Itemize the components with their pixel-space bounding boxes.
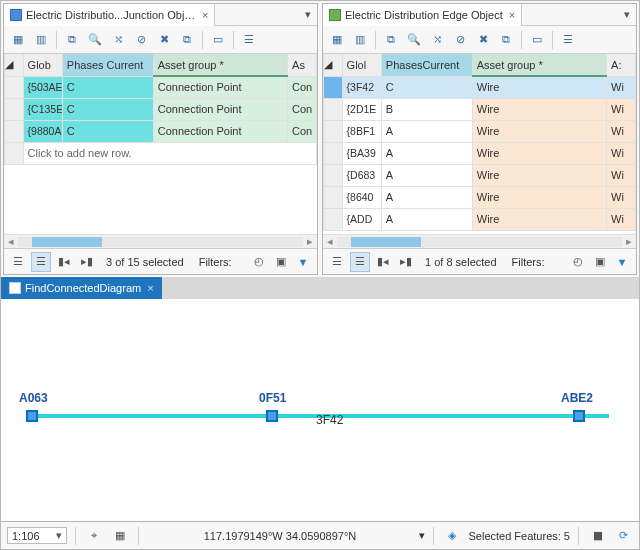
close-icon[interactable]: × bbox=[509, 9, 515, 21]
field-calc-icon[interactable]: ▥ bbox=[350, 30, 370, 50]
select-by-attr-icon[interactable]: ⧉ bbox=[62, 30, 82, 50]
clear-sel-icon[interactable]: ⊘ bbox=[450, 30, 470, 50]
switch-sel-icon[interactable]: ⤭ bbox=[108, 30, 128, 50]
snap-icon[interactable]: ▦ bbox=[110, 526, 130, 546]
col-phases-current[interactable]: PhasesCurrent bbox=[381, 54, 472, 76]
menu-icon[interactable]: ☰ bbox=[558, 30, 578, 50]
close-icon[interactable]: × bbox=[202, 9, 208, 21]
edge-label: 3F42 bbox=[316, 413, 343, 427]
col-glob[interactable]: Glob bbox=[23, 54, 62, 76]
diagram-node[interactable] bbox=[26, 410, 38, 422]
show-selected-icon[interactable]: ☰ bbox=[31, 252, 51, 272]
field-calc-icon[interactable]: ▥ bbox=[31, 30, 51, 50]
table-row[interactable]: {503AECConnection PointCon bbox=[5, 76, 317, 98]
junction-toolbar: ▦ ▥ ⧉ 🔍 ⤭ ⊘ ✖ ⧉ ▭ ☰ bbox=[4, 26, 317, 54]
scroll-left-icon[interactable]: ◂ bbox=[4, 235, 18, 248]
scale-lock-icon[interactable]: ⌖ bbox=[84, 526, 104, 546]
table-row[interactable]: {C135ECConnection PointCon bbox=[5, 98, 317, 120]
col-asset-group[interactable]: Asset group * bbox=[472, 54, 606, 76]
del-sel-icon[interactable]: ✖ bbox=[473, 30, 493, 50]
edge-pane: Electric Distribution Edge Object × ▾ ▦ … bbox=[322, 3, 637, 275]
pause-icon[interactable]: ▮▮ bbox=[587, 526, 607, 546]
field-view-icon[interactable]: ▦ bbox=[327, 30, 347, 50]
junction-tab[interactable]: Electric Distributio...Junction Object × bbox=[4, 4, 215, 26]
h-scrollbar[interactable]: ◂ ▸ bbox=[4, 234, 317, 248]
filter-time-icon[interactable]: ◴ bbox=[568, 252, 588, 272]
diagram-node[interactable] bbox=[573, 410, 585, 422]
diagram-tabbar: FindConnectedDiagram × bbox=[1, 277, 639, 299]
clear-sel-icon[interactable]: ⊘ bbox=[131, 30, 151, 50]
selection-icon[interactable]: ◈ bbox=[442, 526, 462, 546]
col-phases-current[interactable]: Phases Current bbox=[62, 54, 153, 76]
tab-dropdown-icon[interactable]: ▾ bbox=[299, 8, 317, 21]
map-statusbar: 1:106 ▾ ⌖ ▦ 117.1979149°W 34.0590897°N ▾… bbox=[1, 521, 639, 549]
col-asset-type[interactable]: A: bbox=[607, 54, 636, 76]
col-asset-group[interactable]: Asset group * bbox=[153, 54, 287, 76]
table-row[interactable]: {D683AWireWi bbox=[324, 164, 636, 186]
menu-icon[interactable]: ☰ bbox=[239, 30, 259, 50]
chevron-down-icon[interactable]: ▾ bbox=[56, 529, 62, 542]
junction-pane: Electric Distributio...Junction Object ×… bbox=[3, 3, 318, 275]
table-row[interactable]: {8640AWireWi bbox=[324, 186, 636, 208]
table-row[interactable]: {8BF1AWireWi bbox=[324, 120, 636, 142]
scroll-left-icon[interactable]: ◂ bbox=[323, 235, 337, 248]
diagram-canvas[interactable]: 3F42 A063 0F51 ABE2 bbox=[1, 299, 639, 521]
h-scrollbar[interactable]: ◂ ▸ bbox=[323, 234, 636, 248]
filter-extent-icon[interactable]: ▣ bbox=[271, 252, 291, 272]
switch-sel-icon[interactable]: ⤭ bbox=[427, 30, 447, 50]
col-glob[interactable]: Glol bbox=[342, 54, 381, 76]
copy-icon[interactable]: ⧉ bbox=[496, 30, 516, 50]
scroll-right-icon[interactable]: ▸ bbox=[303, 235, 317, 248]
junction-statusbar: ☰ ☰ ▮◂ ▸▮ 3 of 15 selected Filters: ◴ ▣ … bbox=[4, 248, 317, 274]
coordinates: 117.1979149°W 34.0590897°N bbox=[147, 530, 414, 542]
table-row[interactable]: {2D1EBWireWi bbox=[324, 98, 636, 120]
filters-label: Filters: bbox=[193, 256, 238, 268]
selection-count: 1 of 8 selected bbox=[419, 256, 503, 268]
coord-dropdown-icon[interactable]: ▾ bbox=[419, 529, 425, 542]
field-view-icon[interactable]: ▦ bbox=[8, 30, 28, 50]
tab-dropdown-icon[interactable]: ▾ bbox=[618, 8, 636, 21]
scale-value: 1:106 bbox=[12, 530, 40, 542]
edge-tab[interactable]: Electric Distribution Edge Object × bbox=[323, 4, 522, 26]
filter-extent-icon[interactable]: ▣ bbox=[590, 252, 610, 272]
table-row[interactable]: {ADDAWireWi bbox=[324, 208, 636, 230]
last-icon[interactable]: ▸▮ bbox=[77, 252, 97, 272]
close-icon[interactable]: × bbox=[147, 282, 153, 294]
col-asset-type[interactable]: As bbox=[288, 54, 317, 76]
insert-icon[interactable]: ▭ bbox=[208, 30, 228, 50]
first-icon[interactable]: ▮◂ bbox=[54, 252, 74, 272]
table-row[interactable]: {3F42CWireWi bbox=[324, 76, 636, 98]
node-label: ABE2 bbox=[561, 391, 593, 405]
zoom-icon[interactable]: 🔍 bbox=[404, 30, 424, 50]
junction-table: ◢ Glob Phases Current Asset group * As {… bbox=[4, 54, 317, 234]
show-all-icon[interactable]: ☰ bbox=[327, 252, 347, 272]
row-header-corner[interactable]: ◢ bbox=[5, 54, 24, 76]
filters-label: Filters: bbox=[506, 256, 551, 268]
filter-icon[interactable]: ▼ bbox=[612, 252, 632, 272]
show-selected-icon[interactable]: ☰ bbox=[350, 252, 370, 272]
del-sel-icon[interactable]: ✖ bbox=[154, 30, 174, 50]
show-all-icon[interactable]: ☰ bbox=[8, 252, 28, 272]
table-row[interactable]: {BA39AWireWi bbox=[324, 142, 636, 164]
table-row[interactable]: {9880ACConnection PointCon bbox=[5, 120, 317, 142]
scroll-right-icon[interactable]: ▸ bbox=[622, 235, 636, 248]
first-icon[interactable]: ▮◂ bbox=[373, 252, 393, 272]
filter-icon[interactable]: ▼ bbox=[293, 252, 313, 272]
selected-features: Selected Features: 5 bbox=[468, 530, 570, 542]
copy-icon[interactable]: ⧉ bbox=[177, 30, 197, 50]
scale-input[interactable]: 1:106 ▾ bbox=[7, 527, 67, 544]
junction-tabbar: Electric Distributio...Junction Object ×… bbox=[4, 4, 317, 26]
select-by-attr-icon[interactable]: ⧉ bbox=[381, 30, 401, 50]
refresh-icon[interactable]: ⟳ bbox=[613, 526, 633, 546]
add-row[interactable]: Click to add new row. bbox=[5, 142, 317, 164]
row-header-corner[interactable]: ◢ bbox=[324, 54, 343, 76]
insert-icon[interactable]: ▭ bbox=[527, 30, 547, 50]
last-icon[interactable]: ▸▮ bbox=[396, 252, 416, 272]
filter-time-icon[interactable]: ◴ bbox=[249, 252, 269, 272]
junction-tab-label: Electric Distributio...Junction Object bbox=[26, 9, 196, 21]
zoom-icon[interactable]: 🔍 bbox=[85, 30, 105, 50]
diagram-node[interactable] bbox=[266, 410, 278, 422]
selection-count: 3 of 15 selected bbox=[100, 256, 190, 268]
table-icon bbox=[10, 9, 22, 21]
diagram-tab[interactable]: FindConnectedDiagram × bbox=[1, 277, 162, 299]
